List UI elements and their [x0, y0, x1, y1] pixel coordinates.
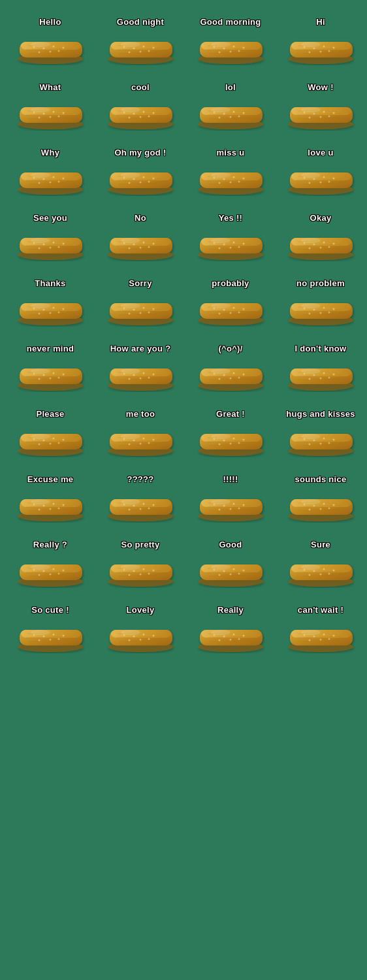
sticker-item[interactable]: cool [98, 78, 183, 137]
svg-point-276 [309, 313, 311, 315]
svg-point-13 [31, 42, 50, 47]
sticker-label: Great ! [216, 409, 245, 421]
svg-point-22 [143, 46, 145, 48]
svg-point-181 [31, 238, 50, 243]
sticker-label: Thanks [35, 278, 65, 290]
sticker-item[interactable]: So pretty [98, 536, 183, 595]
svg-point-489 [211, 564, 231, 570]
sticker-label: Sorry [129, 278, 152, 290]
sticker-item[interactable]: !!!!! [188, 470, 273, 529]
sticker-item[interactable]: How are you ? [98, 340, 183, 399]
svg-point-218 [323, 242, 325, 244]
svg-point-358 [143, 438, 145, 440]
svg-point-329 [313, 374, 315, 376]
sticker-item[interactable]: Excuse me [8, 470, 93, 529]
svg-point-190 [143, 242, 145, 244]
svg-point-119 [43, 178, 45, 180]
sticker-item[interactable]: hugs and kisses [278, 405, 363, 464]
sticker-label: Good night [117, 17, 164, 29]
svg-point-556 [309, 640, 311, 642]
sticker-item[interactable]: I don't know [278, 340, 363, 399]
sticker-item[interactable]: Great ! [188, 405, 273, 464]
sticker-item[interactable]: Really ? [8, 536, 93, 595]
svg-point-209 [211, 238, 231, 243]
svg-point-194 [148, 246, 150, 248]
sticker-item[interactable]: never mind [8, 340, 93, 399]
toast-icon [14, 162, 86, 196]
toast-icon [14, 358, 86, 392]
svg-point-529 [140, 639, 142, 641]
svg-point-251 [121, 303, 140, 308]
sticker-item[interactable]: Wow ! [278, 78, 363, 137]
svg-point-9 [63, 47, 65, 49]
sticker-item[interactable]: miss u [188, 144, 273, 203]
svg-point-290 [39, 378, 40, 380]
svg-point-54 [328, 50, 330, 52]
sticker-item[interactable]: Okay [278, 209, 363, 268]
svg-point-235 [50, 312, 52, 314]
svg-point-94 [219, 117, 221, 119]
sticker-label: Really [217, 605, 244, 617]
svg-point-417 [140, 508, 142, 510]
svg-point-292 [58, 377, 60, 379]
sticker-item[interactable]: Really [188, 601, 273, 660]
svg-point-148 [233, 176, 235, 178]
sticker-item[interactable]: Why [8, 144, 93, 203]
sticker-item[interactable]: probably [188, 274, 273, 333]
sticker-item[interactable]: See you [8, 209, 93, 268]
sticker-item[interactable]: Hello [8, 13, 93, 72]
toast-icon [14, 423, 86, 457]
svg-point-165 [320, 182, 322, 184]
sticker-item[interactable]: What [8, 78, 93, 137]
sticker-label: Why [41, 148, 59, 159]
svg-point-121 [63, 178, 65, 180]
svg-point-334 [328, 377, 330, 379]
svg-point-105 [313, 113, 315, 115]
svg-point-195 [121, 238, 140, 243]
svg-point-387 [333, 439, 335, 441]
sticker-item[interactable]: Thanks [8, 274, 93, 333]
sticker-item[interactable]: Oh my god ! [98, 144, 183, 203]
toast-icon [285, 554, 357, 588]
svg-point-92 [233, 111, 235, 113]
sticker-item[interactable]: Good night [98, 13, 183, 72]
sticker-item[interactable]: me too [98, 405, 183, 464]
svg-point-39 [230, 51, 232, 53]
sticker-item[interactable]: So cute ! [8, 601, 93, 660]
sticker-item[interactable]: Please [8, 405, 93, 464]
svg-point-122 [39, 182, 40, 184]
svg-point-80 [129, 117, 131, 119]
sticker-label: So pretty [121, 540, 159, 551]
sticker-item[interactable]: no problem [278, 274, 363, 333]
sticker-item[interactable]: Yes !! [188, 209, 273, 268]
sticker-item[interactable]: Hi [278, 13, 363, 72]
svg-point-458 [39, 574, 40, 576]
toast-icon [104, 162, 176, 196]
sticker-item[interactable]: Good [188, 536, 273, 595]
svg-point-501 [320, 574, 322, 576]
svg-point-503 [301, 564, 321, 570]
svg-point-51 [333, 47, 335, 49]
sticker-item[interactable]: Good morning [188, 13, 273, 72]
sticker-item[interactable]: love u [278, 144, 363, 203]
sticker-item[interactable]: Sorry [98, 274, 183, 333]
svg-point-377 [211, 434, 231, 439]
svg-point-205 [243, 243, 245, 245]
sticker-label: can't wait ! [298, 605, 343, 617]
svg-point-217 [313, 244, 315, 246]
sticker-item[interactable]: sounds nice [278, 470, 363, 529]
sticker-item[interactable]: Sure [278, 536, 363, 595]
sticker-item[interactable]: can't wait ! [278, 601, 363, 660]
svg-point-427 [223, 505, 225, 507]
sticker-item[interactable]: ????? [98, 470, 183, 529]
sticker-item[interactable]: lol [188, 78, 273, 137]
svg-point-498 [323, 568, 325, 570]
sticker-item[interactable]: Lovely [98, 601, 183, 660]
svg-point-221 [320, 247, 322, 249]
svg-point-289 [63, 374, 65, 376]
sticker-item[interactable]: No [98, 209, 183, 268]
sticker-item[interactable]: (^o^)/ [188, 340, 273, 399]
svg-point-486 [219, 574, 221, 576]
toast-icon [195, 162, 266, 196]
svg-point-149 [243, 178, 245, 180]
